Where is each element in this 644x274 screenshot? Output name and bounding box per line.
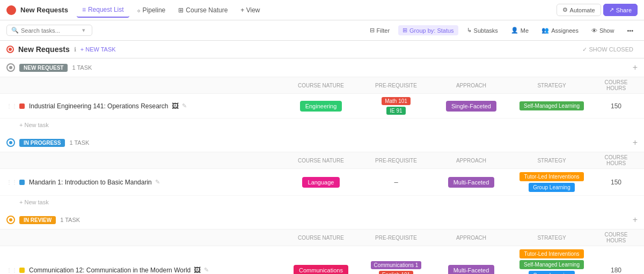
info-icon[interactable]: ℹ	[74, 46, 76, 53]
assignees-icon: 👥	[541, 27, 549, 34]
col-headers-in-progress: COURSE NATURE PRE-REQUISITE APPROACH STR…	[0, 152, 644, 169]
nav-title: New Requests	[20, 6, 68, 14]
group-by-button[interactable]: ⊞ Group by: Status	[398, 25, 458, 35]
filter-button[interactable]: ⊟ Filter	[365, 25, 394, 35]
task-row-0-0: ⋮⋮ Industrial Engineering 141: Operation…	[0, 94, 644, 119]
col-approach-in-review: APPROACH	[434, 235, 509, 241]
approach-tag: Single-Faceted	[446, 101, 496, 112]
strategy-tag: Self-Managed Learning	[519, 101, 584, 110]
section-in-review: IN REVIEW 1 TASK + COURSE NATURE PRE-REQ…	[0, 211, 644, 274]
cell-course-nature: Communications	[283, 265, 358, 275]
col-hours-new-request: COURSE HOURS	[595, 79, 638, 91]
top-nav: New Requests ≡ Request List ⬦ Pipeline ⊞…	[0, 0, 644, 20]
task-color-dot	[19, 103, 25, 109]
col-course-nature-in-progress: COURSE NATURE	[283, 158, 358, 164]
edit-icon[interactable]: ✎	[155, 179, 160, 186]
show-label: Show	[599, 27, 614, 34]
new-task-button[interactable]: + NEW TASK	[80, 46, 116, 53]
col-strategy-in-review: STRATEGY	[509, 235, 595, 241]
task-color-dot	[19, 268, 25, 273]
task-name-text: Mandarin 1: Introduction to Basic Mandar…	[29, 179, 152, 186]
toolbar: 🔍 ▾ ⊟ Filter ⊞ Group by: Status ↳ Subtas…	[0, 20, 644, 41]
search-box[interactable]: 🔍 ▾	[6, 25, 92, 36]
task-name: Communication 12: Communication in the M…	[29, 266, 283, 274]
tab-request-list[interactable]: ≡ Request List	[77, 3, 129, 18]
task-count-new-request: 1 TASK	[72, 64, 92, 71]
subtasks-icon: ↳	[467, 27, 472, 34]
drag-handle[interactable]: ⋮⋮	[6, 267, 17, 273]
cell-approach: Single-Faceted	[434, 101, 509, 112]
task-icon: 🖼	[194, 266, 201, 274]
col-approach-in-progress: APPROACH	[434, 158, 509, 164]
tab-course-nature-label: Course Nature	[186, 6, 228, 14]
cell-course-nature: Language	[283, 177, 358, 188]
drag-handle[interactable]: ⋮⋮	[6, 103, 17, 109]
drag-handle[interactable]: ⋮⋮	[6, 179, 17, 185]
more-icon: •••	[627, 27, 633, 34]
task-row-2-0: ⋮⋮ Communication 12: Communication in th…	[0, 246, 644, 274]
page-title: New Requests	[18, 45, 70, 54]
search-input[interactable]	[21, 27, 80, 34]
tab-request-list-label: Request List	[88, 6, 124, 13]
cell-course-nature: Engineering	[283, 101, 358, 112]
new-task-row-new-request[interactable]: + New task	[0, 119, 644, 134]
add-task-new-request[interactable]: +	[633, 63, 638, 72]
task-name: Mandarin 1: Introduction to Basic Mandar…	[29, 179, 283, 186]
cell-approach: Multi-Faceted	[434, 177, 509, 188]
me-icon: 👤	[511, 27, 518, 34]
task-icon: 🖼	[172, 102, 179, 110]
col-course-nature-new-request: COURSE NATURE	[283, 83, 358, 88]
tab-course-nature[interactable]: ⊞ Course Nature	[173, 3, 233, 18]
me-button[interactable]: 👤 Me	[507, 25, 533, 35]
col-headers-new-request: COURSE NATURE PRE-REQUISITE APPROACH STR…	[0, 77, 644, 94]
col-pre-req-in-progress: PRE-REQUISITE	[358, 158, 434, 164]
me-label: Me	[521, 27, 529, 34]
task-count-in-progress: 1 TASK	[69, 139, 89, 146]
status-badge-in-progress: IN PROGRESS	[19, 139, 65, 147]
section-circle-new-request	[6, 63, 15, 72]
col-strategy-in-progress: STRATEGY	[509, 158, 595, 164]
cell-strategy: Self-Managed Learning	[509, 101, 595, 110]
course-nature-tag: Language	[302, 177, 340, 188]
course-nature-tag: Engineering	[300, 101, 342, 112]
app-logo	[6, 5, 16, 15]
task-row-1-0: ⋮⋮ Mandarin 1: Introduction to Basic Man…	[0, 169, 644, 196]
col-approach-new-request: APPROACH	[434, 83, 509, 88]
chevron-down-icon: ▾	[82, 27, 85, 34]
share-icon: ↗	[609, 6, 614, 13]
tab-add-view[interactable]: + View	[235, 3, 265, 18]
cell-prereq: Communications 1English 101	[358, 261, 434, 274]
share-button[interactable]: ↗ Share	[603, 4, 638, 16]
cell-hours: 150	[595, 179, 638, 186]
section-in-progress: IN PROGRESS 1 TASK + COURSE NATURE PRE-R…	[0, 134, 644, 211]
status-badge-new-request: NEW REQUEST	[19, 64, 68, 72]
section-circle-in-review	[6, 216, 15, 224]
status-badge-in-review: IN REVIEW	[19, 216, 56, 224]
automate-button[interactable]: ⚙ Automate	[557, 4, 601, 16]
section-circle-in-progress	[6, 138, 15, 147]
assignees-button[interactable]: 👥 Assignees	[537, 25, 583, 35]
show-button[interactable]: 👁 Show	[587, 26, 619, 35]
tab-add-view-label: + View	[240, 6, 260, 14]
prereq-group: Math 101IE 91	[382, 97, 411, 115]
add-task-in-progress[interactable]: +	[633, 138, 638, 147]
tab-pipeline[interactable]: ⬦ Pipeline	[131, 3, 171, 18]
automate-label: Automate	[570, 7, 595, 13]
edit-icon[interactable]: ✎	[182, 102, 187, 109]
more-options-button[interactable]: •••	[623, 26, 638, 35]
cell-strategy: Tutor-Led InterventionsGroup Learning	[509, 172, 595, 192]
new-task-row-in-progress[interactable]: + New task	[0, 196, 644, 211]
prereq-group: Communications 1English 101	[371, 261, 422, 274]
edit-icon[interactable]: ✎	[204, 266, 209, 273]
page-title-icon	[6, 46, 14, 53]
cell-strategy: Tutor-Led InterventionsSelf-Managed Lear…	[509, 249, 595, 274]
col-pre-req-in-review: PRE-REQUISITE	[358, 235, 434, 241]
task-count-in-review: 1 TASK	[60, 217, 80, 223]
subtasks-button[interactable]: ↳ Subtasks	[463, 25, 502, 35]
show-closed-label[interactable]: ✓ SHOW CLOSED	[582, 46, 633, 53]
approach-tag: Multi-Faceted	[448, 265, 495, 275]
add-task-in-review[interactable]: +	[633, 215, 638, 225]
share-label: Share	[616, 7, 632, 13]
strategy-tag: Tutor-Led Interventions	[519, 172, 583, 181]
show-icon: 👁	[591, 27, 597, 34]
